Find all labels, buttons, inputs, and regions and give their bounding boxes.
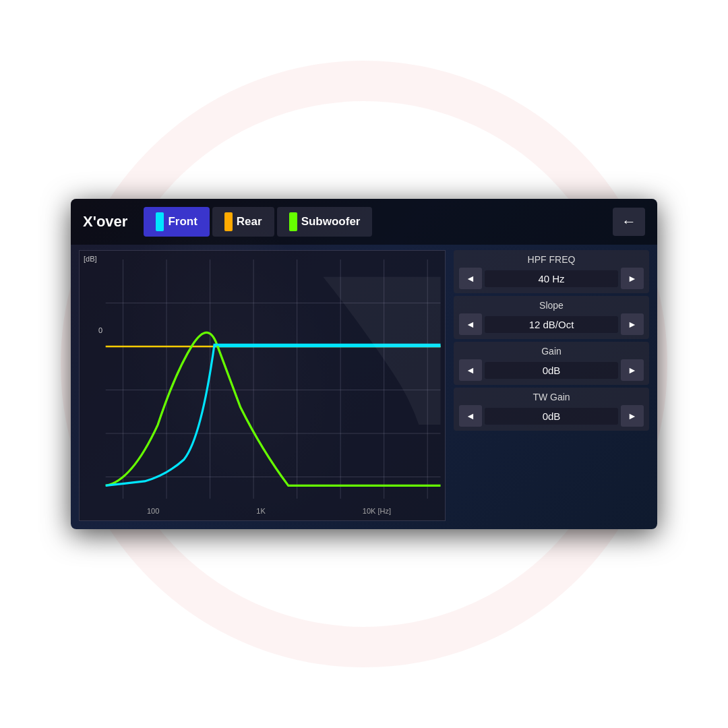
slope-value: 12 dB/Oct <box>485 316 618 333</box>
gain-row: ◄ 0dB ► <box>459 359 644 381</box>
tw-gain-increase[interactable]: ► <box>621 405 644 427</box>
hpf-freq-row: ◄ 40 Hz ► <box>459 268 644 289</box>
frequency-graph: [dB] 0 <box>79 250 446 521</box>
gain-decrease[interactable]: ◄ <box>459 359 482 381</box>
slope-increase[interactable]: ► <box>621 313 644 335</box>
back-arrow-icon: ← <box>621 213 636 231</box>
slope-group: Slope ◄ 12 dB/Oct ► <box>454 296 649 339</box>
tw-gain-label: TW Gain <box>459 392 644 402</box>
front-tab-label: Front <box>168 215 197 229</box>
main-content: [dB] 0 <box>71 245 657 529</box>
tw-gain-value: 0dB <box>485 408 618 425</box>
back-button[interactable]: ← <box>613 208 645 236</box>
device-panel: X'over Front Rear Subwoofer ← [ <box>71 199 657 529</box>
tw-gain-row: ◄ 0dB ► <box>459 405 644 427</box>
gain-value: 0dB <box>485 362 618 379</box>
controls-panel: HPF FREQ ◄ 40 Hz ► Slope ◄ 12 dB/Oct ► G… <box>454 250 649 521</box>
tab-subwoofer[interactable]: Subwoofer <box>277 207 373 237</box>
tab-rear[interactable]: Rear <box>212 207 274 237</box>
slope-row: ◄ 12 dB/Oct ► <box>459 313 644 335</box>
hpf-freq-label: HPF FREQ <box>459 254 644 265</box>
freq-10k: 10K [Hz] <box>363 507 391 515</box>
sub-tab-label: Subwoofer <box>301 215 361 229</box>
gain-group: Gain ◄ 0dB ► <box>454 342 649 385</box>
graph-svg <box>80 251 445 520</box>
gain-label: Gain <box>459 346 644 357</box>
tw-gain-decrease[interactable]: ◄ <box>459 405 482 427</box>
hpf-freq-value: 40 Hz <box>485 270 618 287</box>
tab-front[interactable]: Front <box>144 207 209 237</box>
freq-1k: 1K <box>256 507 265 515</box>
slope-decrease[interactable]: ◄ <box>459 313 482 335</box>
rear-tab-label: Rear <box>237 215 262 229</box>
page-title: X'over <box>83 213 127 231</box>
hpf-freq-decrease[interactable]: ◄ <box>459 268 482 289</box>
slope-label: Slope <box>459 300 644 311</box>
freq-100: 100 <box>147 507 159 515</box>
hpf-freq-group: HPF FREQ ◄ 40 Hz ► <box>454 250 649 293</box>
header: X'over Front Rear Subwoofer ← <box>71 199 657 245</box>
freq-labels: 100 1K 10K [Hz] <box>98 507 439 515</box>
sub-indicator <box>289 212 297 231</box>
hpf-freq-increase[interactable]: ► <box>621 268 644 289</box>
front-indicator <box>156 212 164 231</box>
gain-increase[interactable]: ► <box>621 359 644 381</box>
tw-gain-group: TW Gain ◄ 0dB ► <box>454 388 649 431</box>
rear-indicator <box>224 212 233 231</box>
tab-buttons: Front Rear Subwoofer <box>144 207 602 237</box>
